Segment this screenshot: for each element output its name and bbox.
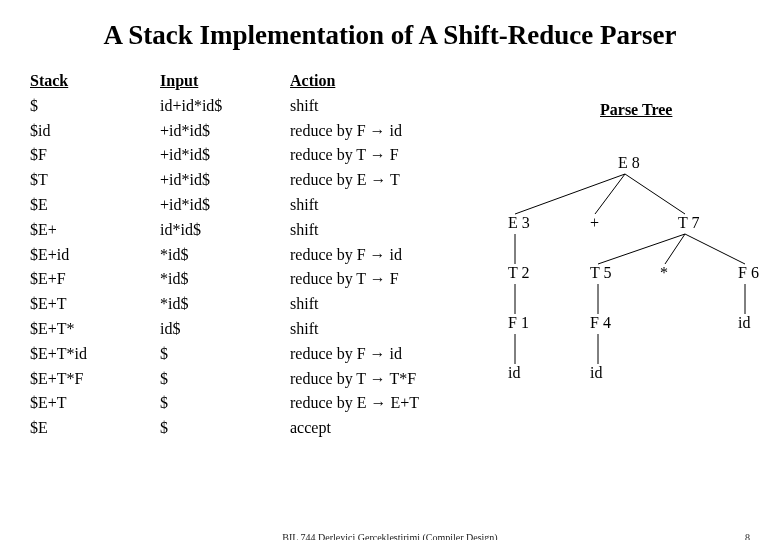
stack-cell: $E+id bbox=[30, 243, 160, 268]
action-cell: reduce by E → E+T bbox=[290, 391, 470, 416]
tree-node: T 2 bbox=[508, 264, 529, 282]
action-cell: shift bbox=[290, 94, 470, 119]
slide-title: A Stack Implementation of A Shift-Reduce… bbox=[30, 20, 750, 51]
action-cell: reduce by F → id bbox=[290, 119, 470, 144]
stack-cell: $ bbox=[30, 94, 160, 119]
tree-node: T 5 bbox=[590, 264, 611, 282]
svg-line-2 bbox=[625, 174, 685, 214]
input-cell: id$ bbox=[160, 317, 290, 342]
input-cell: +id*id$ bbox=[160, 143, 290, 168]
parse-table: Stack $$id$F$T$E$E+$E+id$E+F$E+T$E+T*$E+… bbox=[30, 69, 470, 441]
action-cell: reduce by T → F bbox=[290, 143, 470, 168]
action-cell: shift bbox=[290, 193, 470, 218]
tree-node: id bbox=[738, 314, 750, 332]
tree-node: F 1 bbox=[508, 314, 529, 332]
input-cell: $ bbox=[160, 416, 290, 441]
input-cell: id+id*id$ bbox=[160, 94, 290, 119]
stack-cell: $E+F bbox=[30, 267, 160, 292]
stack-cell: $E+ bbox=[30, 218, 160, 243]
footer-text: BIL 744 Derleyici Gerçekleştirimi (Compi… bbox=[282, 532, 497, 540]
input-cell: +id*id$ bbox=[160, 168, 290, 193]
svg-line-4 bbox=[598, 234, 685, 264]
action-cell: shift bbox=[290, 218, 470, 243]
input-cell: *id$ bbox=[160, 292, 290, 317]
svg-line-6 bbox=[685, 234, 745, 264]
stack-cell: $E+T*F bbox=[30, 367, 160, 392]
svg-line-5 bbox=[665, 234, 685, 264]
action-cell: reduce by E → T bbox=[290, 168, 470, 193]
action-cell: reduce by F → id bbox=[290, 342, 470, 367]
action-cell: reduce by T → F bbox=[290, 267, 470, 292]
header-input: Input bbox=[160, 69, 290, 94]
stack-cell: $E+T bbox=[30, 292, 160, 317]
action-cell: shift bbox=[290, 292, 470, 317]
action-cell: shift bbox=[290, 317, 470, 342]
action-cell: reduce by T → T*F bbox=[290, 367, 470, 392]
action-cell: reduce by F → id bbox=[290, 243, 470, 268]
footer-page-number: 8 bbox=[745, 532, 750, 540]
stack-cell: $T bbox=[30, 168, 160, 193]
input-cell: +id*id$ bbox=[160, 193, 290, 218]
input-cell: $ bbox=[160, 342, 290, 367]
tree-node: id bbox=[590, 364, 602, 382]
input-cell: $ bbox=[160, 367, 290, 392]
stack-cell: $id bbox=[30, 119, 160, 144]
stack-cell: $E+T*id bbox=[30, 342, 160, 367]
tree-node: F 6 bbox=[738, 264, 759, 282]
svg-line-0 bbox=[515, 174, 625, 214]
tree-node: T 7 bbox=[678, 214, 699, 232]
input-cell: *id$ bbox=[160, 267, 290, 292]
action-cell: accept bbox=[290, 416, 470, 441]
header-action: Action bbox=[290, 69, 470, 94]
tree-node: E 3 bbox=[508, 214, 530, 232]
input-cell: $ bbox=[160, 391, 290, 416]
tree-node: E 8 bbox=[618, 154, 640, 172]
stack-cell: $E bbox=[30, 193, 160, 218]
tree-node: F 4 bbox=[590, 314, 611, 332]
header-stack: Stack bbox=[30, 69, 160, 94]
svg-line-1 bbox=[595, 174, 625, 214]
stack-cell: $E+T bbox=[30, 391, 160, 416]
input-cell: id*id$ bbox=[160, 218, 290, 243]
tree-node: id bbox=[508, 364, 520, 382]
tree-node: + bbox=[590, 214, 599, 232]
tree-node: * bbox=[660, 264, 668, 282]
stack-cell: $E+T* bbox=[30, 317, 160, 342]
stack-cell: $E bbox=[30, 416, 160, 441]
input-cell: +id*id$ bbox=[160, 119, 290, 144]
input-cell: *id$ bbox=[160, 243, 290, 268]
stack-cell: $F bbox=[30, 143, 160, 168]
